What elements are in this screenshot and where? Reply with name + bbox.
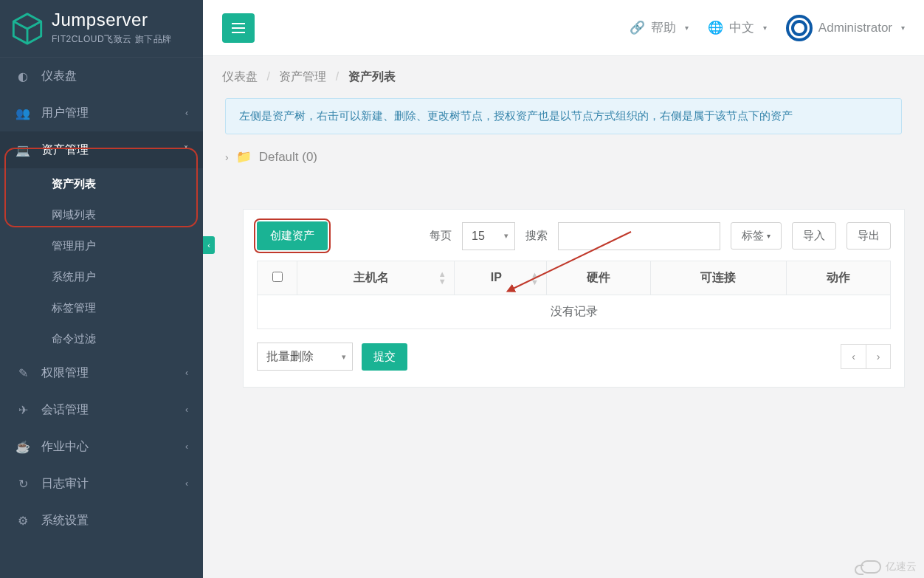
sidebar-item-label: 资产管理 (41, 142, 184, 158)
sidebar-item-label: 作业中心 (41, 439, 185, 455)
asset-panel: 创建资产 每页 15 搜索 标签 ▾ 导入 导出 主机名▲▼ IP▲▼ 硬件 可… (243, 209, 905, 388)
col-hardware: 硬件 (546, 261, 650, 295)
main: 仪表盘 / 资产管理 / 资产列表 左侧是资产树，右击可以新建、删除、更改树节点… (203, 56, 924, 578)
asset-tree-root[interactable]: › 📁 Default (0) (225, 149, 905, 165)
watermark: 亿速云 (861, 560, 917, 574)
bulk-action-select[interactable]: 批量删除 (257, 343, 353, 371)
col-connectable: 可连接 (651, 261, 787, 295)
language-dropdown[interactable]: 🌐 中文 ▾ (708, 19, 767, 36)
sidebar-sub-asset-list[interactable]: 资产列表 (0, 168, 203, 199)
sidebar-item-label: 仪表盘 (41, 69, 188, 84)
gauge-icon: ◐ (15, 69, 31, 83)
col-hostname[interactable]: 主机名▲▼ (297, 261, 455, 295)
sidebar-sub-domain-list[interactable]: 网域列表 (0, 199, 203, 230)
sidebar-item-jobs[interactable]: ☕ 作业中心 ‹ (0, 428, 203, 465)
help-link[interactable]: 🔗 帮助 ▾ (630, 19, 689, 36)
globe-icon: 🌐 (708, 20, 723, 35)
breadcrumb-current: 资产列表 (348, 70, 396, 83)
gear-icon: ⚙ (15, 514, 31, 528)
tree-node-label: Default (0) (259, 150, 317, 165)
asset-toolbar: 创建资产 每页 15 搜索 标签 ▾ 导入 导出 (257, 221, 891, 250)
sidebar-item-audits[interactable]: ↻ 日志审计 ‹ (0, 465, 203, 502)
info-banner: 左侧是资产树，右击可以新建、删除、更改树节点，授权资产也是以节点方式组织的，右侧… (225, 98, 902, 134)
breadcrumb-item[interactable]: 仪表盘 (222, 70, 258, 83)
sidebar-item-perms[interactable]: ✎ 权限管理 ‹ (0, 354, 203, 391)
sidebar-item-settings[interactable]: ⚙ 系统设置 (0, 502, 203, 539)
coffee-icon: ☕ (15, 440, 31, 454)
history-icon: ↻ (15, 477, 31, 491)
chevron-left-icon: ‹ (185, 368, 188, 378)
select-all-checkbox[interactable] (272, 272, 283, 282)
brand-subtitle: FIT2CLOUD飞致云 旗下品牌 (52, 33, 172, 46)
breadcrumb: 仪表盘 / 资产管理 / 资产列表 (222, 69, 905, 85)
breadcrumb-sep: / (336, 70, 339, 83)
search-label: 搜索 (525, 229, 548, 243)
sidebar: Jumpserver FIT2CLOUD飞致云 旗下品牌 ◐ 仪表盘 👥 用户管… (0, 0, 203, 578)
sidebar-item-label: 权限管理 (41, 365, 185, 381)
perpage-select[interactable]: 15 (462, 222, 515, 250)
topbar: 🔗 帮助 ▾ 🌐 中文 ▾ Administrator ▾ (203, 0, 924, 56)
col-ip[interactable]: IP▲▼ (454, 261, 546, 295)
sidebar-item-label: 系统设置 (41, 513, 188, 529)
sidebar-item-users[interactable]: 👥 用户管理 ‹ (0, 94, 203, 131)
submit-button[interactable]: 提交 (362, 343, 407, 371)
panel-footer: 批量删除 提交 ‹ › (257, 343, 891, 371)
caret-down-icon: ▾ (901, 24, 905, 32)
language-label: 中文 (729, 19, 754, 36)
chevron-left-icon: ‹ (185, 405, 188, 415)
brand: Jumpserver FIT2CLOUD飞致云 旗下品牌 (0, 0, 203, 58)
export-button[interactable]: 导出 (847, 222, 891, 250)
chevron-left-icon: ‹ (185, 441, 188, 452)
avatar-icon (786, 15, 813, 41)
chevron-right-icon: › (225, 151, 229, 163)
asset-table: 主机名▲▼ IP▲▼ 硬件 可连接 动作 没有记录 (257, 261, 891, 329)
sidebar-sub-cmd-filter[interactable]: 命令过滤 (0, 323, 203, 354)
perpage-label: 每页 (430, 229, 452, 243)
sort-icon: ▲▼ (531, 271, 539, 286)
search-input[interactable] (558, 222, 720, 250)
sidebar-item-dashboard[interactable]: ◐ 仪表盘 (0, 58, 203, 94)
chevron-down-icon: ˅ (184, 145, 188, 155)
help-label: 帮助 (651, 19, 676, 36)
sidebar-item-label: 用户管理 (41, 106, 185, 121)
caret-down-icon: ▾ (767, 232, 770, 240)
rocket-icon: ✈ (15, 403, 31, 417)
folder-icon: 📁 (236, 149, 252, 165)
watermark-text: 亿速云 (886, 560, 917, 574)
col-action: 动作 (786, 261, 890, 295)
breadcrumb-item[interactable]: 资产管理 (279, 70, 326, 83)
sidebar-item-assets[interactable]: 💻 资产管理 ˅ (0, 131, 203, 168)
create-asset-button[interactable]: 创建资产 (257, 221, 328, 250)
logo-icon (10, 12, 44, 46)
tags-dropdown[interactable]: 标签 ▾ (731, 222, 782, 250)
table-empty-row: 没有记录 (258, 295, 891, 329)
user-menu[interactable]: Administrator ▾ (786, 15, 905, 41)
brand-title: Jumpserver (52, 11, 172, 29)
sidebar-sub-admin-user[interactable]: 管理用户 (0, 230, 203, 261)
user-label: Administrator (818, 21, 892, 35)
next-page-button[interactable]: › (866, 344, 891, 369)
breadcrumb-sep: / (266, 70, 269, 83)
pager: ‹ › (841, 344, 891, 369)
table-empty-text: 没有记录 (258, 295, 891, 329)
sidebar-sub-label-mgmt[interactable]: 标签管理 (0, 292, 203, 323)
chevron-left-icon: ‹ (185, 478, 188, 489)
watermark-icon (861, 560, 881, 574)
prev-page-button[interactable]: ‹ (841, 344, 866, 369)
users-icon: 👥 (15, 106, 31, 120)
sort-icon: ▲▼ (438, 270, 447, 285)
chevron-left-icon: ‹ (185, 108, 188, 118)
toggle-sidebar-button[interactable] (222, 13, 255, 43)
import-button[interactable]: 导入 (792, 222, 836, 250)
caret-down-icon: ▾ (685, 24, 689, 32)
sidebar-item-label: 日志审计 (41, 476, 185, 492)
laptop-icon: 💻 (15, 143, 31, 157)
pencil-icon: ✎ (15, 366, 31, 380)
sidebar-sub-system-user[interactable]: 系统用户 (0, 261, 203, 292)
sidebar-item-sessions[interactable]: ✈ 会话管理 ‹ (0, 391, 203, 428)
sidebar-item-label: 会话管理 (41, 402, 185, 418)
caret-down-icon: ▾ (763, 24, 767, 32)
link-icon: 🔗 (630, 20, 645, 35)
